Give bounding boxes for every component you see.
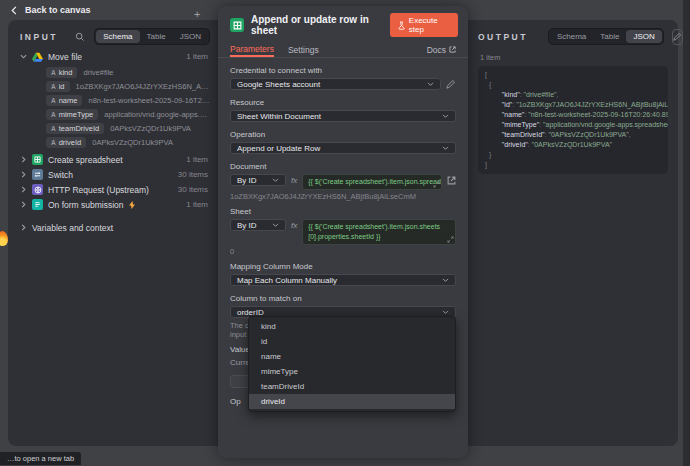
canvas-plus-button[interactable]: +: [194, 8, 200, 20]
chevron-down-icon: [427, 82, 434, 87]
input-node-label: Switch: [48, 170, 73, 180]
field-value: 1oZBXKgx7JAO6J4JZrYXEzHS6N_ABjtBu8jAiLse…: [76, 82, 218, 91]
dropdown-option-driveId[interactable]: driveId: [249, 394, 455, 409]
field-key-pill[interactable]: Aname: [46, 95, 82, 106]
input-node-label: Move file: [48, 52, 82, 62]
input-node-http-request[interactable]: HTTP Request (Upstream) 30 items: [8, 182, 218, 197]
chevron-right-icon: [20, 224, 27, 231]
variables-and-context[interactable]: Variables and context: [8, 220, 218, 235]
fx-toggle[interactable]: fx: [291, 219, 297, 230]
arrow-left-icon: [10, 6, 19, 15]
tab-parameters[interactable]: Parameters: [230, 42, 274, 57]
flask-icon: [398, 21, 405, 30]
sheet-resolved-value: 0: [230, 247, 456, 256]
input-node-form-submission[interactable]: On form submission 1 item: [8, 197, 218, 212]
docs-link[interactable]: Docs: [427, 45, 456, 55]
node-title: Append or update row in sheet: [251, 14, 383, 36]
open-document-icon[interactable]: [447, 176, 456, 185]
input-tab-json[interactable]: JSON: [173, 30, 208, 43]
dropdown-option-id[interactable]: id: [249, 334, 455, 349]
back-to-canvas[interactable]: Back to canvas: [10, 5, 91, 15]
sheet-expression-input[interactable]: {{ $('Create spreadsheet').item.json.she…: [302, 219, 456, 245]
output-tab-table[interactable]: Table: [593, 30, 626, 43]
operation-label: Operation: [230, 130, 456, 139]
resource-select[interactable]: Sheet Within Document: [230, 110, 456, 122]
input-node-count: 30 items: [178, 170, 218, 179]
schema-field-row[interactable]: Akinddrive#file: [46, 65, 218, 79]
schema-field-row[interactable]: Aid1oZBXKgx7JAO6J4JZrYXEzHS6N_ABjtBu8jAi…: [46, 79, 218, 93]
document-resolved-value: 1oZBXKgx7JAO6J4JZrYXEzHS6N_ABjtBu8jAiLse…: [230, 192, 456, 201]
input-tab-schema[interactable]: Schema: [96, 30, 139, 43]
chevron-down-icon: [20, 53, 27, 60]
input-node-label: HTTP Request (Upstream): [48, 185, 149, 195]
field-value: 0APksVZzQDr1Uk9PVA: [92, 138, 181, 147]
node-settings-panel: Append or update row in sheet Execute st…: [218, 6, 468, 458]
string-type-icon: A: [51, 69, 56, 76]
field-key-pill[interactable]: Akind: [46, 67, 77, 78]
output-item-count: 1 item: [468, 49, 678, 66]
schema-field-row[interactable]: AteamDriveId0APksVZzQDr1Uk9PVA: [46, 121, 218, 135]
mapping-mode-select[interactable]: Map Each Column Manually: [230, 274, 456, 286]
credential-select[interactable]: Google Sheets account: [230, 78, 441, 90]
chevron-down-icon: [272, 178, 279, 183]
document-label: Document: [230, 162, 456, 171]
document-mode-select[interactable]: By ID: [230, 174, 286, 186]
input-node-move-file[interactable]: Move file 1 item: [8, 49, 218, 64]
dropdown-option-name[interactable]: name: [249, 349, 455, 364]
search-icon[interactable]: [75, 32, 85, 42]
field-value: n8n-test-worksheet-2025-09-16T20:26:40.8…: [88, 96, 218, 105]
output-tab-json[interactable]: JSON: [626, 30, 661, 43]
input-panel: INPUT Schema Table JSON Move file 1 item…: [8, 20, 218, 446]
output-view-tabs: Schema Table JSON: [548, 28, 664, 45]
pencil-icon: [673, 32, 682, 41]
chevron-right-icon: [20, 186, 27, 193]
field-value: application/vnd.google-apps.spreadsheet: [104, 110, 218, 119]
column-options-dropdown: kindidnamemimeTypeteamDriveIddriveId: [248, 316, 456, 412]
pencil-icon[interactable]: [446, 79, 456, 89]
field-value: 0APksVZzQDr1Uk9PVA: [110, 124, 199, 133]
dropdown-option-kind[interactable]: kind: [249, 319, 455, 334]
sheet-mode-select[interactable]: By ID: [230, 219, 286, 231]
input-node-switch[interactable]: Switch 30 items: [8, 167, 218, 182]
chevron-down-icon: [272, 223, 279, 228]
document-expression-input[interactable]: {{ $('Create spreadsheet').item.json.spr…: [302, 174, 442, 190]
input-title: INPUT: [20, 32, 58, 42]
fx-toggle[interactable]: fx: [291, 174, 297, 185]
field-key-pill[interactable]: AdriveId: [46, 137, 86, 148]
json-viewer[interactable]: [ { "kind": "drive#file", "id": "1oZBXKg…: [478, 66, 668, 174]
input-node-label: Create spreadsheet: [48, 155, 123, 165]
input-node-create-spreadsheet[interactable]: Create spreadsheet 1 item: [8, 152, 218, 167]
output-tab-schema[interactable]: Schema: [550, 30, 593, 43]
expand-icon[interactable]: [433, 181, 440, 188]
switch-icon: [32, 169, 43, 180]
execute-step-button[interactable]: Execute step: [390, 13, 458, 37]
field-key-pill[interactable]: AteamDriveId: [46, 123, 104, 134]
external-link-icon: [449, 46, 456, 53]
tab-settings[interactable]: Settings: [288, 42, 319, 57]
field-key-pill[interactable]: AmimeType: [46, 109, 98, 120]
dropdown-option-mimeType[interactable]: mimeType: [249, 364, 455, 379]
mapping-mode-label: Mapping Column Mode: [230, 262, 456, 271]
string-type-icon: A: [51, 111, 56, 118]
schema-field-list: Akinddrive#fileAid1oZBXKgx7JAO6J4JZrYXEz…: [46, 65, 218, 149]
expand-icon[interactable]: [447, 236, 454, 243]
canvas-scrollbar[interactable]: [683, 0, 690, 466]
edit-output-button[interactable]: [672, 29, 683, 45]
credential-label: Credential to connect with: [230, 66, 456, 75]
field-key-pill[interactable]: Aid: [46, 81, 70, 92]
output-panel: OUTPUT Schema Table JSON 1 item [ { "kin…: [468, 20, 678, 446]
input-node-count: 1 item: [186, 52, 218, 61]
resource-label: Resource: [230, 98, 456, 107]
operation-select[interactable]: Append or Update Row: [230, 142, 456, 154]
chevron-down-icon: [442, 146, 449, 151]
match-column-label: Column to match on: [230, 294, 456, 303]
input-tab-table[interactable]: Table: [140, 30, 173, 43]
string-type-icon: A: [51, 97, 56, 104]
globe-icon: [32, 184, 43, 195]
dropdown-option-teamDriveId[interactable]: teamDriveId: [249, 379, 455, 394]
input-node-label: On form submission: [48, 200, 124, 210]
schema-field-row[interactable]: AmimeTypeapplication/vnd.google-apps.spr…: [46, 107, 218, 121]
schema-field-row[interactable]: Anamen8n-test-worksheet-2025-09-16T20:26…: [46, 93, 218, 107]
schema-field-row[interactable]: AdriveId0APksVZzQDr1Uk9PVA: [46, 135, 218, 149]
variables-label: Variables and context: [32, 223, 113, 233]
